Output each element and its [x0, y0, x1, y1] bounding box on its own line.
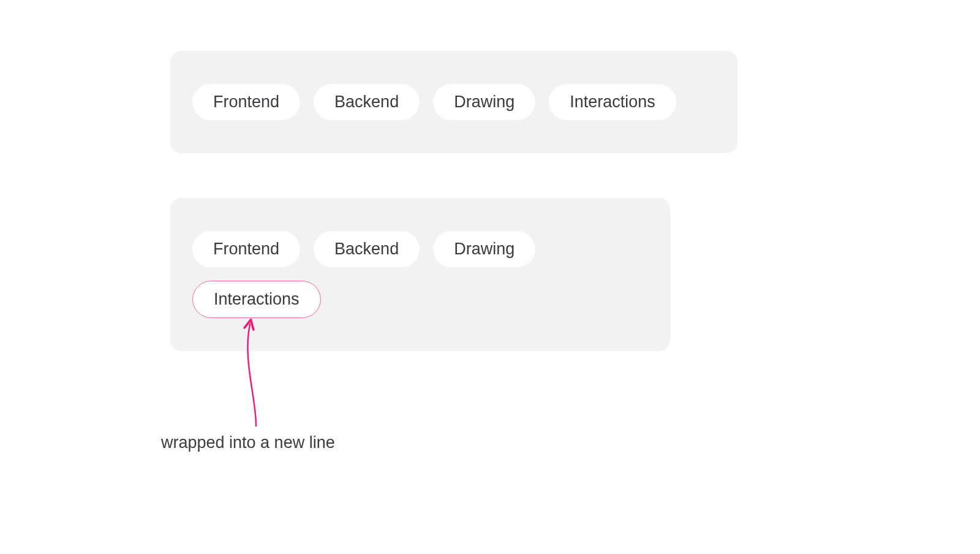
pill-label: Backend: [334, 240, 399, 259]
pill-label: Drawing: [454, 240, 514, 259]
pill-frontend[interactable]: Frontend: [192, 84, 300, 120]
pill-interactions[interactable]: Interactions: [549, 84, 676, 120]
pill-backend[interactable]: Backend: [314, 84, 420, 120]
pill-label: Backend: [334, 93, 399, 112]
pill-label: Frontend: [213, 240, 279, 259]
example-container-wide: Frontend Backend Drawing Interactions: [170, 51, 737, 153]
pill-label: Interactions: [214, 290, 300, 309]
pill-backend[interactable]: Backend: [314, 231, 420, 267]
annotation-arrow-icon: [232, 317, 262, 427]
pill-interactions-wrapped[interactable]: Interactions: [192, 281, 321, 318]
pill-label: Frontend: [213, 93, 279, 112]
pill-drawing[interactable]: Drawing: [433, 231, 535, 267]
annotation-label: wrapped into a new line: [161, 433, 335, 452]
pill-drawing[interactable]: Drawing: [433, 84, 535, 120]
pill-label: Drawing: [454, 93, 514, 112]
pill-frontend[interactable]: Frontend: [192, 231, 300, 267]
pill-label: Interactions: [570, 93, 655, 112]
